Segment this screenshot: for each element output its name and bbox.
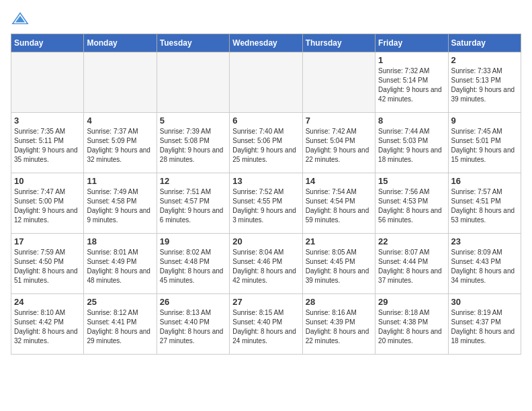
- day-info: Sunrise: 8:04 AM Sunset: 4:46 PM Dayligh…: [232, 248, 299, 285]
- day-cell: 15Sunrise: 7:56 AM Sunset: 4:53 PM Dayli…: [375, 173, 448, 234]
- day-number: 14: [306, 176, 372, 186]
- day-info: Sunrise: 7:56 AM Sunset: 4:53 PM Dayligh…: [378, 187, 445, 225]
- day-number: 7: [306, 116, 372, 126]
- day-number: 12: [160, 176, 226, 186]
- day-cell: 28Sunrise: 8:16 AM Sunset: 4:39 PM Dayli…: [302, 294, 375, 355]
- logo-icon: [11, 11, 30, 26]
- day-info: Sunrise: 8:07 AM Sunset: 4:44 PM Dayligh…: [378, 248, 445, 285]
- col-header-friday: Friday: [375, 34, 448, 52]
- week-row-1: 1Sunrise: 7:32 AM Sunset: 5:14 PM Daylig…: [11, 52, 521, 113]
- day-cell: [302, 52, 375, 113]
- day-cell: 24Sunrise: 8:10 AM Sunset: 4:42 PM Dayli…: [11, 294, 84, 355]
- day-cell: 29Sunrise: 8:18 AM Sunset: 4:38 PM Dayli…: [375, 294, 448, 355]
- day-cell: 18Sunrise: 8:01 AM Sunset: 4:49 PM Dayli…: [84, 234, 157, 294]
- col-header-monday: Monday: [84, 34, 157, 52]
- day-number: 15: [378, 176, 445, 186]
- day-info: Sunrise: 8:01 AM Sunset: 4:49 PM Dayligh…: [87, 248, 153, 285]
- day-number: 9: [451, 116, 518, 126]
- day-number: 29: [378, 297, 445, 307]
- day-info: Sunrise: 8:10 AM Sunset: 4:42 PM Dayligh…: [14, 308, 81, 346]
- day-number: 10: [14, 176, 81, 186]
- day-cell: 27Sunrise: 8:15 AM Sunset: 4:40 PM Dayli…: [230, 294, 302, 355]
- day-cell: 1Sunrise: 7:32 AM Sunset: 5:14 PM Daylig…: [375, 52, 448, 113]
- day-info: Sunrise: 7:32 AM Sunset: 5:14 PM Dayligh…: [378, 66, 445, 104]
- day-info: Sunrise: 8:12 AM Sunset: 4:41 PM Dayligh…: [87, 308, 153, 346]
- day-number: 16: [451, 176, 518, 186]
- calendar-header: SundayMondayTuesdayWednesdayThursdayFrid…: [11, 34, 521, 52]
- day-info: Sunrise: 7:51 AM Sunset: 4:57 PM Dayligh…: [160, 187, 226, 225]
- day-number: 17: [14, 236, 81, 246]
- day-cell: 19Sunrise: 8:02 AM Sunset: 4:48 PM Dayli…: [157, 234, 229, 294]
- day-number: 13: [232, 176, 299, 186]
- day-cell: 25Sunrise: 8:12 AM Sunset: 4:41 PM Dayli…: [84, 294, 157, 355]
- day-cell: 26Sunrise: 8:13 AM Sunset: 4:40 PM Dayli…: [157, 294, 229, 355]
- day-cell: 4Sunrise: 7:37 AM Sunset: 5:09 PM Daylig…: [84, 113, 157, 173]
- day-number: 18: [87, 236, 153, 246]
- day-number: 27: [232, 297, 299, 307]
- day-cell: 5Sunrise: 7:39 AM Sunset: 5:08 PM Daylig…: [157, 113, 229, 173]
- day-cell: 17Sunrise: 7:59 AM Sunset: 4:50 PM Dayli…: [11, 234, 84, 294]
- day-number: 25: [87, 297, 153, 307]
- day-cell: 11Sunrise: 7:49 AM Sunset: 4:58 PM Dayli…: [84, 173, 157, 234]
- day-number: 26: [160, 297, 226, 307]
- day-info: Sunrise: 7:42 AM Sunset: 5:04 PM Dayligh…: [306, 127, 372, 165]
- day-info: Sunrise: 8:05 AM Sunset: 4:45 PM Dayligh…: [306, 248, 372, 285]
- day-cell: 20Sunrise: 8:04 AM Sunset: 4:46 PM Dayli…: [230, 234, 302, 294]
- day-info: Sunrise: 7:45 AM Sunset: 5:01 PM Dayligh…: [451, 127, 518, 165]
- day-number: 11: [87, 176, 153, 186]
- day-info: Sunrise: 8:15 AM Sunset: 4:40 PM Dayligh…: [232, 308, 299, 346]
- day-number: 24: [14, 297, 81, 307]
- day-cell: 7Sunrise: 7:42 AM Sunset: 5:04 PM Daylig…: [302, 113, 375, 173]
- logo: [11, 11, 32, 26]
- day-info: Sunrise: 7:52 AM Sunset: 4:55 PM Dayligh…: [232, 187, 299, 225]
- day-info: Sunrise: 8:13 AM Sunset: 4:40 PM Dayligh…: [160, 308, 226, 346]
- day-number: 19: [160, 236, 226, 246]
- week-row-2: 3Sunrise: 7:35 AM Sunset: 5:11 PM Daylig…: [11, 113, 521, 173]
- day-info: Sunrise: 7:47 AM Sunset: 5:00 PM Dayligh…: [14, 187, 81, 225]
- day-info: Sunrise: 7:44 AM Sunset: 5:03 PM Dayligh…: [378, 127, 445, 165]
- day-info: Sunrise: 8:19 AM Sunset: 4:37 PM Dayligh…: [451, 308, 518, 346]
- day-info: Sunrise: 7:39 AM Sunset: 5:08 PM Dayligh…: [160, 127, 226, 165]
- day-info: Sunrise: 7:59 AM Sunset: 4:50 PM Dayligh…: [14, 248, 81, 285]
- day-cell: 12Sunrise: 7:51 AM Sunset: 4:57 PM Dayli…: [157, 173, 229, 234]
- day-cell: 13Sunrise: 7:52 AM Sunset: 4:55 PM Dayli…: [230, 173, 302, 234]
- day-cell: 10Sunrise: 7:47 AM Sunset: 5:00 PM Dayli…: [11, 173, 84, 234]
- day-info: Sunrise: 7:40 AM Sunset: 5:06 PM Dayligh…: [232, 127, 299, 165]
- day-number: 8: [378, 116, 445, 126]
- day-info: Sunrise: 8:18 AM Sunset: 4:38 PM Dayligh…: [378, 308, 445, 346]
- day-cell: [157, 52, 229, 113]
- day-cell: 16Sunrise: 7:57 AM Sunset: 4:51 PM Dayli…: [448, 173, 521, 234]
- day-number: 30: [451, 297, 518, 307]
- col-header-sunday: Sunday: [11, 34, 84, 52]
- week-row-3: 10Sunrise: 7:47 AM Sunset: 5:00 PM Dayli…: [11, 173, 521, 234]
- day-info: Sunrise: 7:33 AM Sunset: 5:13 PM Dayligh…: [451, 66, 518, 104]
- day-number: 22: [378, 236, 445, 246]
- day-cell: 2Sunrise: 7:33 AM Sunset: 5:13 PM Daylig…: [448, 52, 521, 113]
- col-header-tuesday: Tuesday: [157, 34, 229, 52]
- day-info: Sunrise: 7:37 AM Sunset: 5:09 PM Dayligh…: [87, 127, 153, 165]
- day-number: 20: [232, 236, 299, 246]
- day-number: 5: [160, 116, 226, 126]
- col-header-saturday: Saturday: [448, 34, 521, 52]
- day-number: 6: [232, 116, 299, 126]
- day-cell: 9Sunrise: 7:45 AM Sunset: 5:01 PM Daylig…: [448, 113, 521, 173]
- day-number: 4: [87, 116, 153, 126]
- page-header: [11, 11, 521, 26]
- day-cell: 22Sunrise: 8:07 AM Sunset: 4:44 PM Dayli…: [375, 234, 448, 294]
- day-cell: [230, 52, 302, 113]
- day-info: Sunrise: 7:35 AM Sunset: 5:11 PM Dayligh…: [14, 127, 81, 165]
- day-info: Sunrise: 7:54 AM Sunset: 4:54 PM Dayligh…: [306, 187, 372, 225]
- day-number: 28: [306, 297, 372, 307]
- day-cell: 14Sunrise: 7:54 AM Sunset: 4:54 PM Dayli…: [302, 173, 375, 234]
- week-row-5: 24Sunrise: 8:10 AM Sunset: 4:42 PM Dayli…: [11, 294, 521, 355]
- day-number: 2: [451, 55, 518, 65]
- week-row-4: 17Sunrise: 7:59 AM Sunset: 4:50 PM Dayli…: [11, 234, 521, 294]
- day-cell: [84, 52, 157, 113]
- day-info: Sunrise: 8:16 AM Sunset: 4:39 PM Dayligh…: [306, 308, 372, 346]
- day-number: 21: [306, 236, 372, 246]
- col-header-wednesday: Wednesday: [230, 34, 302, 52]
- day-cell: 3Sunrise: 7:35 AM Sunset: 5:11 PM Daylig…: [11, 113, 84, 173]
- day-info: Sunrise: 8:09 AM Sunset: 4:43 PM Dayligh…: [451, 248, 518, 285]
- day-number: 23: [451, 236, 518, 246]
- col-header-thursday: Thursday: [302, 34, 375, 52]
